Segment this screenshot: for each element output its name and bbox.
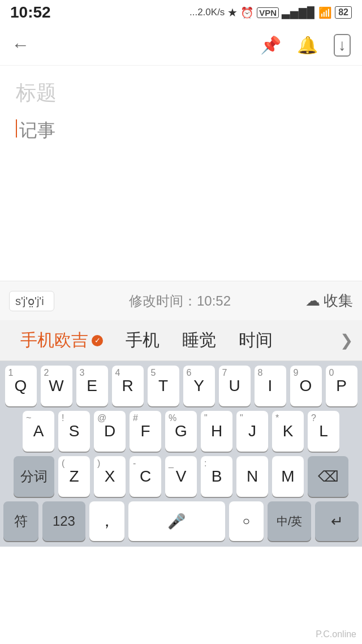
keyboard-row-2: ~A!S@D#F%G"H"J*K?L xyxy=(0,411,362,452)
key-main-q: Q xyxy=(15,378,27,394)
key-enter[interactable]: ↵ xyxy=(315,501,359,541)
key-main-a: A xyxy=(33,423,44,439)
key-t[interactable]: 5T xyxy=(148,366,179,406)
key-n[interactable]: N xyxy=(236,456,268,497)
key-u[interactable]: 7U xyxy=(219,366,251,406)
key-r[interactable]: 4R xyxy=(112,366,144,406)
key-sub-u: 7 xyxy=(222,368,227,378)
key-v[interactable]: _V xyxy=(165,456,197,497)
key-c[interactable]: -C xyxy=(130,456,161,497)
key-main-u: U xyxy=(229,378,240,394)
toolbar-time: 修改时间：10:52 xyxy=(54,292,305,310)
suggestion-active[interactable]: 手机欧吉 ✓ xyxy=(9,329,114,352)
key-fu[interactable]: 符 xyxy=(3,501,38,541)
key-sub-v: _ xyxy=(169,458,174,469)
key-space[interactable]: 🎤 xyxy=(128,501,225,541)
key-main-b: B xyxy=(212,469,222,484)
key-sub-b: : xyxy=(204,458,206,469)
suggestions-bar: 手机欧吉 ✓ 手机 睡觉 时间 ❯ xyxy=(0,320,362,361)
keyboard-row-3: 分词(Z)X-C_V:BNM⌫ xyxy=(0,456,362,497)
key-o[interactable]: 9O xyxy=(290,366,322,406)
suggestion-text-0: 手机欧吉 xyxy=(20,329,88,352)
note-area: 标题 记事 xyxy=(0,66,362,281)
key-d[interactable]: @D xyxy=(94,411,126,452)
key-m[interactable]: M xyxy=(272,456,304,497)
cloud-icon: ☁ xyxy=(305,292,320,310)
key-j[interactable]: "J xyxy=(236,411,268,452)
key-x[interactable]: )X xyxy=(94,456,126,497)
key-e[interactable]: 3E xyxy=(76,366,108,406)
body-placeholder-text: 记事 xyxy=(19,118,55,143)
download-icon[interactable]: ↓ xyxy=(334,34,351,57)
mic-icon: 🎤 xyxy=(167,513,186,530)
key-sub-f: # xyxy=(133,413,138,423)
num-label: 123 xyxy=(53,514,75,528)
key-h[interactable]: "H xyxy=(201,411,232,452)
key-fenci[interactable]: 分词 xyxy=(14,456,54,497)
collect-button[interactable]: ☁ 收集 xyxy=(305,291,353,311)
fu-label: 符 xyxy=(14,514,28,528)
key-k[interactable]: *K xyxy=(272,411,304,452)
key-123[interactable]: 123 xyxy=(42,501,86,541)
key-s[interactable]: !S xyxy=(58,411,90,452)
key-sub-s: ! xyxy=(62,413,64,423)
keyboard-row-1: 1Q2W3E4R5T6Y7U8I9O0P xyxy=(0,366,362,406)
keyboard: 1Q2W3E4R5T6Y7U8I9O0P ~A!S@D#F%G"H"J*K?L … xyxy=(0,361,362,547)
key-a[interactable]: ~A xyxy=(23,411,54,452)
key-lang-switch[interactable]: 中/英 xyxy=(268,501,311,541)
suggestion-text-1: 手机 xyxy=(126,330,160,349)
key-p[interactable]: 0P xyxy=(326,366,357,406)
status-icons: ...2.0K/s ★ ⏰ VPN ▃▅▇▉ 📶 82 xyxy=(189,6,352,19)
key-w[interactable]: 2W xyxy=(41,366,72,406)
key-sub-x: ) xyxy=(97,458,100,469)
key-backspace[interactable]: ⌫ xyxy=(308,456,348,497)
key-f[interactable]: #F xyxy=(130,411,161,452)
signal-icon: ▃▅▇▉ xyxy=(282,6,316,19)
key-main-v: V xyxy=(176,469,187,484)
key-sub-g: % xyxy=(169,413,176,423)
input-preview: s'j'o̤'j'i xyxy=(9,291,54,311)
circle-label: ○ xyxy=(243,515,250,527)
key-q[interactable]: 1Q xyxy=(5,366,37,406)
key-main-n: N xyxy=(247,469,258,484)
notification-icon[interactable]: 🔔 xyxy=(297,35,318,55)
watermark: P.C.online xyxy=(316,629,356,639)
pin-icon[interactable]: 📌 xyxy=(260,35,281,55)
key-y[interactable]: 6Y xyxy=(183,366,215,406)
suggestion-item-2[interactable]: 睡觉 xyxy=(171,329,227,352)
key-l[interactable]: ?L xyxy=(308,411,339,452)
top-nav: ← 📌 🔔 ↓ xyxy=(0,25,362,66)
key-main-c: C xyxy=(140,469,151,484)
network-speed-icon: ...2.0K/s xyxy=(189,7,225,18)
note-body[interactable]: 记事 xyxy=(16,118,346,143)
battery-icon: 82 xyxy=(335,6,352,19)
key-z[interactable]: (Z xyxy=(58,456,90,497)
vpn-icon: VPN xyxy=(257,7,279,18)
key-b[interactable]: :B xyxy=(201,456,232,497)
wifi-icon: 📶 xyxy=(318,6,332,19)
key-sub-y: 6 xyxy=(187,368,192,378)
suggestions-more-arrow[interactable]: ❯ xyxy=(340,331,353,350)
key-main-g: G xyxy=(175,423,187,439)
back-button[interactable]: ← xyxy=(11,35,29,55)
key-main-i: I xyxy=(268,378,273,394)
key-sub-k: * xyxy=(275,413,279,423)
key-g[interactable]: %G xyxy=(165,411,197,452)
key-circle[interactable]: ○ xyxy=(229,501,264,541)
keyboard-row-4: 符123，🎤○中/英↵ xyxy=(0,501,362,547)
key-main-w: W xyxy=(49,378,63,394)
key-main-o: O xyxy=(300,378,312,394)
status-bar: 10:52 ...2.0K/s ★ ⏰ VPN ▃▅▇▉ 📶 82 xyxy=(0,0,362,25)
key-i[interactable]: 8I xyxy=(255,366,286,406)
suggestion-item-3[interactable]: 时间 xyxy=(227,329,284,352)
key-main-p: P xyxy=(336,378,347,394)
toolbar-left: s'j'o̤'j'i xyxy=(9,291,54,311)
key-sub-o: 9 xyxy=(294,368,299,378)
note-title-placeholder[interactable]: 标题 xyxy=(16,79,346,107)
text-cursor xyxy=(16,119,17,138)
suggestion-item-1[interactable]: 手机 xyxy=(114,329,171,352)
key-sub-d: @ xyxy=(97,413,106,423)
key-comma[interactable]: ， xyxy=(89,501,124,541)
key-sub-p: 0 xyxy=(329,368,334,378)
comma-label: ， xyxy=(99,513,115,529)
